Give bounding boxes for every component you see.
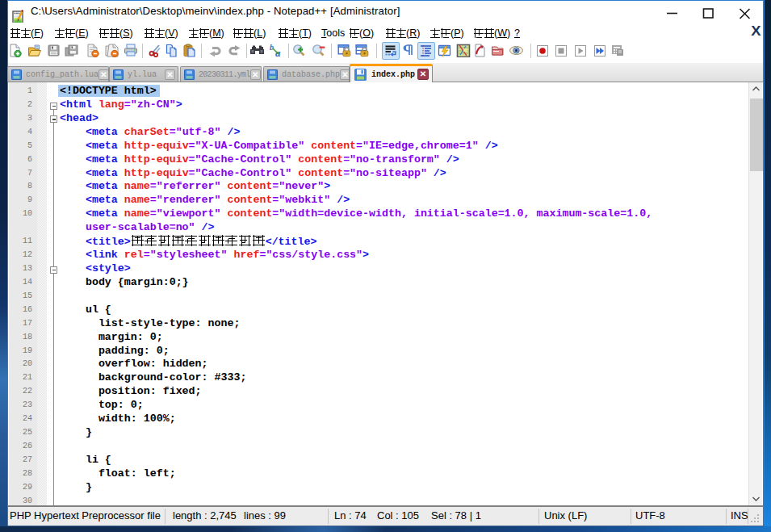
svg-text:b: b (270, 44, 274, 52)
